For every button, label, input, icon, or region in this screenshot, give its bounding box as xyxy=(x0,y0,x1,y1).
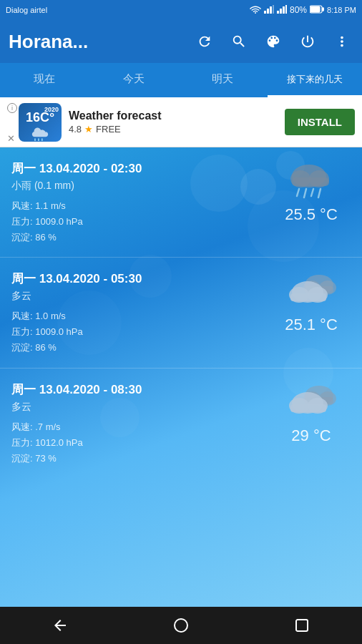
ad-star: ★ xyxy=(84,124,93,135)
recent-button[interactable] xyxy=(284,611,320,640)
ad-app-icon: 2020 16C° xyxy=(19,103,62,142)
app-title: Horana... xyxy=(9,31,182,53)
signal-icon xyxy=(264,5,274,15)
battery-label: 80% xyxy=(290,5,307,15)
forecast-wind-2: 风速: 1.0 m/s xyxy=(11,308,272,324)
tab-today[interactable]: 今天 xyxy=(89,63,179,97)
forecast-condition-2: 多云 xyxy=(11,290,272,303)
svg-rect-4 xyxy=(273,5,274,14)
status-bar: Dialog airtel xyxy=(0,0,362,20)
top-bar: Horana... xyxy=(0,20,362,63)
forecast-condition-1: 小雨 (0.1 mm) xyxy=(11,180,272,192)
forecast-left-3: 周一 13.04.2020 - 08:30 多云 风速: .7 m/s 压力: … xyxy=(11,381,272,467)
ad-banner: i 2020 16C° Weather forecast 4.8 ★ FREE … xyxy=(0,97,362,147)
svg-rect-7 xyxy=(283,6,285,14)
forecast-details-2: 风速: 1.0 m/s 压力: 1009.0 hPa 沉淀: 86 % xyxy=(11,308,272,356)
forecast-humidity-2: 沉淀: 86 % xyxy=(11,340,272,356)
time-label: 8:18 PM xyxy=(327,6,356,14)
forecast-humidity-3: 沉淀: 73 % xyxy=(11,451,272,467)
svg-line-22 xyxy=(318,189,321,197)
carrier-label: Dialog airtel xyxy=(6,6,47,14)
ad-icon-container: i 2020 16C° xyxy=(7,103,62,142)
weather-content: 周一 13.04.2020 - 02:30 小雨 (0.1 mm) 风速: 1.… xyxy=(0,147,362,607)
ad-price: FREE xyxy=(96,124,121,135)
svg-rect-40 xyxy=(296,620,308,631)
forecast-temp-3: 29 °C xyxy=(291,426,331,445)
forecast-right-1: 25.5 °C xyxy=(272,160,351,224)
ad-close-button[interactable]: ✕ xyxy=(7,133,15,144)
forecast-temp-2: 25.1 °C xyxy=(285,316,338,334)
svg-rect-18 xyxy=(292,177,329,186)
wifi-icon xyxy=(250,5,261,15)
cloudy-icon-2 xyxy=(285,381,338,421)
forecast-pressure-2: 压力: 1009.0 hPa xyxy=(11,324,272,340)
svg-rect-2 xyxy=(267,9,269,14)
forecast-wind-1: 风速: 1.1 m/s xyxy=(11,198,272,214)
forecast-condition-3: 多云 xyxy=(11,401,272,414)
forecast-datetime-2: 周一 13.04.2020 - 05:30 xyxy=(11,270,272,287)
signal2-icon xyxy=(277,5,287,15)
palette-button[interactable] xyxy=(262,30,285,53)
forecast-pressure-1: 压力: 1009.0 hPa xyxy=(11,214,272,230)
ad-rating: 4.8 ★ FREE xyxy=(69,124,278,135)
refresh-button[interactable] xyxy=(193,30,216,53)
forecast-datetime-3: 周一 13.04.2020 - 08:30 xyxy=(11,381,272,398)
forecast-right-3: 29 °C xyxy=(272,381,351,445)
forecast-item-1: 周一 13.04.2020 - 02:30 小雨 (0.1 mm) 风速: 1.… xyxy=(0,147,362,258)
forecast-temp-1: 25.5 °C xyxy=(285,205,338,224)
forecast-wind-3: 风速: .7 m/s xyxy=(11,419,272,435)
forecast-pressure-3: 压力: 1012.0 hPa xyxy=(11,435,272,451)
forecast-datetime-1: 周一 13.04.2020 - 02:30 xyxy=(11,160,272,177)
home-button[interactable] xyxy=(163,611,199,640)
ad-info-icon[interactable]: i xyxy=(7,103,17,113)
svg-line-19 xyxy=(297,189,299,196)
svg-rect-8 xyxy=(285,5,287,14)
tab-bar: 现在 今天 明天 接下来的几天 xyxy=(0,63,362,97)
back-button[interactable] xyxy=(42,611,78,640)
ad-text: Weather forecast 4.8 ★ FREE xyxy=(69,109,278,135)
svg-rect-11 xyxy=(310,6,320,12)
ad-rating-value: 4.8 xyxy=(69,124,82,135)
forecast-right-2: 25.1 °C xyxy=(272,270,351,334)
forecast-details-1: 风速: 1.1 m/s 压力: 1009.0 hPa 沉淀: 86 % xyxy=(11,198,272,245)
svg-rect-10 xyxy=(323,8,324,11)
search-button[interactable] xyxy=(228,30,250,53)
svg-point-0 xyxy=(255,12,256,14)
bottom-nav xyxy=(0,607,362,644)
forecast-item-3: 周一 13.04.2020 - 08:30 多云 风速: .7 m/s 压力: … xyxy=(0,369,362,478)
svg-rect-1 xyxy=(264,11,266,14)
svg-rect-38 xyxy=(290,404,326,412)
ad-year: 2020 xyxy=(44,106,59,113)
battery-icon xyxy=(310,5,324,15)
svg-line-21 xyxy=(311,189,313,196)
svg-rect-6 xyxy=(280,9,282,14)
more-vert-button[interactable] xyxy=(331,30,353,53)
svg-rect-3 xyxy=(270,6,272,14)
forecast-item-2: 周一 13.04.2020 - 05:30 多云 风速: 1.0 m/s 压力:… xyxy=(0,258,362,368)
forecast-details-3: 风速: .7 m/s 压力: 1012.0 hPa 沉淀: 73 % xyxy=(11,419,272,467)
ad-title: Weather forecast xyxy=(69,109,278,122)
tab-tomorrow[interactable]: 明天 xyxy=(178,63,268,97)
rain-icon xyxy=(286,160,336,200)
tab-now[interactable]: 现在 xyxy=(0,63,89,97)
power-button[interactable] xyxy=(296,30,319,53)
forecast-left-1: 周一 13.04.2020 - 02:30 小雨 (0.1 mm) 风速: 1.… xyxy=(11,160,272,245)
svg-line-20 xyxy=(304,189,306,197)
cloudy-icon-1 xyxy=(285,270,338,310)
svg-rect-5 xyxy=(277,11,279,14)
svg-rect-30 xyxy=(290,293,326,301)
status-icons: 80% 8:18 PM xyxy=(250,5,356,15)
forecast-left-2: 周一 13.04.2020 - 05:30 多云 风速: 1.0 m/s 压力:… xyxy=(11,270,272,356)
install-button[interactable]: INSTALL xyxy=(285,109,355,135)
tab-upcoming[interactable]: 接下来的几天 xyxy=(268,63,363,97)
forecast-humidity-1: 沉淀: 86 % xyxy=(11,230,272,245)
svg-point-39 xyxy=(175,619,187,632)
